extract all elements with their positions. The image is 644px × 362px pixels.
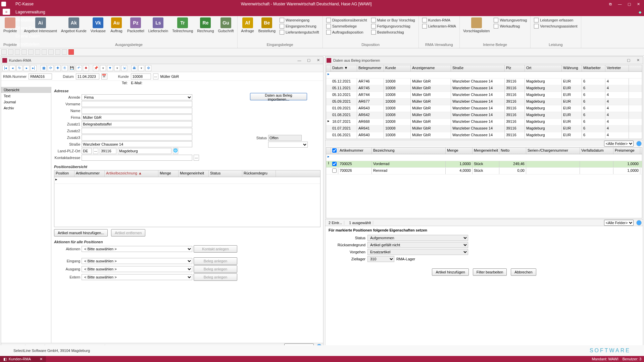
tb-filter-dd[interactable] <box>114 65 120 71</box>
tb-pin-dd[interactable] <box>100 65 106 71</box>
window-restore-icon[interactable]: ⧉ <box>606 1 614 7</box>
tb-pin-icon[interactable]: 📌 <box>93 65 99 71</box>
land-input[interactable] <box>82 148 92 154</box>
ribbon-vorschlagslisten[interactable]: Vorschlagslisten <box>461 17 492 34</box>
ausgang-beleg-button[interactable]: Beleg anlegen <box>194 265 237 273</box>
map-icon[interactable]: 🌐 <box>173 148 178 154</box>
rma-number-input[interactable] <box>29 73 52 80</box>
land-lookup-icon[interactable]: ... <box>93 148 98 154</box>
menu-pc-kasse[interactable]: PC-Kasse <box>12 0 49 8</box>
nav-archiv[interactable]: Archiv <box>1 105 51 111</box>
pos-col-header[interactable]: Rücksendegru <box>242 170 276 177</box>
art-col-header[interactable]: Bezeichnung <box>372 148 446 154</box>
ribbon-lieferschein[interactable]: LsLieferschein <box>146 17 170 34</box>
qt-paste-icon[interactable] <box>42 49 47 55</box>
tb-reload-icon[interactable]: ⟳ <box>48 65 54 71</box>
menu-lagerverwaltung[interactable]: Lagerverwaltung <box>12 8 49 16</box>
doc-col-header[interactable]: Währung <box>562 65 582 71</box>
doc-row[interactable]: 01.06.2021AR64010008Müller GbRWanzleber … <box>326 132 642 139</box>
pos-col-header[interactable]: Artikelbezeichnung ▲ <box>105 170 158 177</box>
art-row-checkbox[interactable] <box>332 162 337 166</box>
prop-grund-select[interactable]: Artikel gefällt nicht <box>367 242 468 248</box>
tb-delete-icon[interactable]: ✖ <box>83 65 89 71</box>
art-search-icon[interactable] <box>636 220 642 225</box>
ribbon-leistungen-erfassen[interactable]: Leistungen erfassen <box>533 17 578 23</box>
art-row[interactable]: I700025Vorderrad1,0000Stück249,461,0000 <box>326 161 642 168</box>
doc-col-header[interactable]: Belegnummer <box>357 65 384 71</box>
prop-vorgehen-select[interactable]: Ersatzartikel <box>367 249 468 255</box>
extern-select[interactable]: < Bitte auswählen > <box>82 274 192 280</box>
art-col-header[interactable]: Artikelnummer <box>338 148 372 154</box>
ribbon-teilrechnung[interactable]: TrTeilrechnung <box>170 17 195 34</box>
doc-row[interactable]: 01.09.2021AR64310008Müller GbRWanzleber … <box>326 105 642 112</box>
nav-journal[interactable]: Journal <box>1 99 51 105</box>
qt-globe-icon[interactable] <box>55 49 60 55</box>
art-row-checkbox[interactable] <box>332 168 337 173</box>
ribbon-packzettel[interactable]: PzPackzettel <box>125 17 146 34</box>
qt-help-icon[interactable] <box>62 49 67 55</box>
qt-copy-icon[interactable] <box>35 49 40 55</box>
kunde-lookup-icon[interactable]: ... <box>153 73 158 80</box>
firma-input[interactable] <box>82 114 192 120</box>
ribbon-sammelbelege[interactable]: Sammelbelege <box>326 23 368 29</box>
panel-maximize-icon[interactable]: ▢ <box>305 57 312 63</box>
art-col-header[interactable]: Verfallsdatum <box>580 148 613 154</box>
ribbon-angebot-kunde[interactable]: AkAngebot Kunde <box>59 17 89 34</box>
qt-print-icon[interactable] <box>48 49 54 55</box>
panel-minimize-icon[interactable]: — <box>296 57 303 63</box>
doc-col-header[interactable]: Datum ▼ <box>331 65 357 71</box>
zusatz3-input[interactable] <box>82 135 192 141</box>
kontakt-input[interactable] <box>82 155 192 161</box>
kunde-input[interactable] <box>131 73 151 80</box>
nav-next-icon[interactable]: ▸ <box>23 65 30 71</box>
tb-grid-icon[interactable]: ▦ <box>41 65 47 71</box>
qt-user-icon[interactable] <box>21 49 27 55</box>
art-row[interactable]: 700026Rennrad4,0000Stück0,001,0000 <box>326 168 642 174</box>
doc-row[interactable]: 05.10.2021AR74410008Müller GbRWanzleber … <box>326 92 642 99</box>
window-close-icon[interactable]: ✕ <box>635 1 643 7</box>
prop-ziel-select[interactable]: 310 <box>367 256 394 262</box>
doc-row[interactable]: ▸18.07.2021AR66810008Müller GbRWanzleber… <box>326 119 642 125</box>
ribbon-fertigungsvorschlag[interactable]: Fertigungsvorschlag <box>370 23 416 29</box>
ribbon-wareneingang[interactable]: Wareneingang <box>279 17 320 23</box>
doc-col-header[interactable]: Straße <box>451 65 505 71</box>
art-col-header[interactable]: Preismenge <box>613 148 640 154</box>
date-input[interactable] <box>76 73 99 80</box>
qt-new-icon[interactable] <box>1 49 7 55</box>
window-maximize-icon[interactable]: ▢ <box>625 1 633 7</box>
ribbon-kunden-rma[interactable]: Kunden-RMA <box>422 17 457 23</box>
add-articles-button[interactable]: Artikel hinzufügen <box>432 268 468 276</box>
anrede-select[interactable]: Firma <box>82 94 192 100</box>
ribbon-angebot-interessent[interactable]: AiAngebot Interessent <box>22 17 59 34</box>
tb-export-icon[interactable]: ⇲ <box>121 65 127 71</box>
qt-tree-icon[interactable] <box>15 49 20 55</box>
ribbon-anfrage[interactable]: AfAnfrage <box>239 17 256 34</box>
name-input[interactable] <box>82 108 192 114</box>
ribbon-rechnung[interactable]: ReRechnung <box>195 17 216 34</box>
nav-refresh-icon[interactable]: ↻ <box>16 65 22 71</box>
ribbon-gutschrift[interactable]: GuGutschrift <box>216 17 236 34</box>
add-article-manual-button[interactable]: Artikel manuell hinzufügen... <box>54 229 108 237</box>
nav-text[interactable]: Text <box>1 93 51 99</box>
ribbon-projekte[interactable]: Projekte <box>1 17 19 34</box>
ort-input[interactable] <box>118 148 171 154</box>
status-select[interactable] <box>268 142 308 148</box>
import-panel-close-icon[interactable]: ✕ <box>634 57 642 63</box>
ausgang-select[interactable]: < Bitte auswählen > <box>82 266 192 272</box>
cancel-button[interactable]: Abbrechen <box>511 268 536 276</box>
vorname-input[interactable] <box>82 101 192 107</box>
nav-last-icon[interactable]: ▸| <box>31 65 37 71</box>
art-col-header[interactable]: Menge <box>446 148 473 154</box>
tb-filter-icon[interactable]: ▼ <box>107 65 113 71</box>
art-filter-select[interactable]: <Alle Felder> <box>604 220 634 226</box>
art-col-header[interactable]: Mengeneinheit <box>473 148 499 154</box>
tb-undo-icon[interactable]: ↶ <box>76 65 82 71</box>
eingang-beleg-button[interactable]: Beleg anlegen <box>194 257 237 265</box>
ribbon-auftragsdisposition[interactable]: Auftragsdisposition <box>326 30 368 35</box>
doc-col-header[interactable]: Ort <box>525 65 562 71</box>
calendar-icon[interactable]: 📅 <box>101 73 107 80</box>
strasse-input[interactable] <box>82 141 192 147</box>
doc-col-header[interactable]: Anzeigename <box>411 65 451 71</box>
tb-print-icon[interactable]: 🖶 <box>131 65 137 71</box>
plz-input[interactable] <box>100 148 116 154</box>
